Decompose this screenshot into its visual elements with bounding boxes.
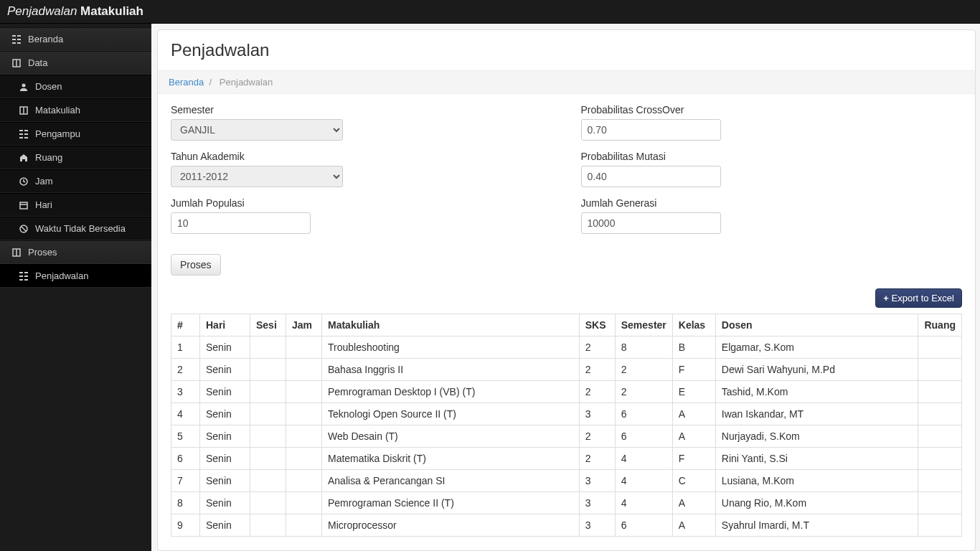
cell-kelas: E — [672, 381, 715, 403]
cell-mk: Microprocessor — [322, 514, 580, 537]
crossover-input[interactable] — [581, 119, 721, 141]
sidebar-item-data[interactable]: Data — [0, 51, 151, 75]
export-excel-button[interactable]: + Export to Excel — [875, 288, 962, 308]
populasi-label: Jumlah Populasi — [171, 197, 552, 209]
cell-hari: Senin — [200, 492, 250, 514]
cell-sks: 2 — [579, 381, 615, 403]
svg-point-6 — [22, 83, 26, 87]
cell-dosen: Dewi Sari Wahyuni, M.Pd — [715, 359, 918, 381]
sidebar-item-beranda[interactable]: Beranda — [0, 27, 151, 51]
sidebar-item-label: Hari — [35, 199, 52, 210]
cell-mk: Matematika Diskrit (T) — [322, 448, 580, 470]
mutasi-label: Probabilitas Mutasi — [581, 151, 963, 162]
cell-ruang — [918, 448, 962, 470]
cell-sesi — [250, 381, 286, 403]
sidebar-item-matakuliah[interactable]: Matakuliah — [0, 98, 151, 122]
semester-select[interactable]: GANJIL — [171, 119, 343, 141]
cell-kelas: B — [672, 336, 715, 359]
sidebar-item-label: Penjadwalan — [35, 270, 88, 281]
clock-icon — [18, 177, 29, 186]
sidebar-item-label: Beranda — [28, 34, 63, 44]
sidebar-item-label: Jam — [35, 176, 53, 187]
svg-rect-4 — [12, 42, 16, 44]
svg-rect-3 — [17, 39, 21, 40]
cell-n: 2 — [171, 359, 200, 381]
sidebar-item-label: Dosen — [35, 81, 62, 92]
content-panel: Penjadwalan Beranda / Penjadwalan Semest… — [157, 29, 976, 551]
grid-icon — [11, 35, 22, 44]
svg-rect-22 — [19, 279, 23, 281]
cell-ruang — [918, 336, 962, 359]
cell-sem: 4 — [615, 492, 672, 514]
cell-dosen: Elgamar, S.Kom — [715, 336, 918, 359]
svg-rect-5 — [17, 42, 21, 44]
sidebar-item-ruang[interactable]: Ruang — [0, 146, 151, 169]
cell-mk: Pemrograman Desktop I (VB) (T) — [322, 381, 580, 403]
sidebar-item-proses[interactable]: Proses — [0, 240, 151, 264]
cell-ruang — [918, 359, 962, 381]
sidebar-item-waktu-tidak-bersedia[interactable]: Waktu Tidak Bersedia — [0, 217, 151, 240]
cell-sesi — [250, 425, 286, 448]
sidebar: BerandaDataDosenMatakuliahPengampuRuangJ… — [0, 24, 151, 551]
cell-dosen: Tashid, M.Kom — [715, 381, 918, 403]
col-sks: SKS — [579, 314, 615, 336]
cell-hari: Senin — [200, 336, 250, 359]
table-row: 7SeninAnalisa & Perancangan SI34CLusiana… — [171, 470, 962, 492]
calendar-icon — [18, 201, 29, 209]
cell-hari: Senin — [200, 425, 250, 448]
cell-sesi — [250, 492, 286, 514]
svg-rect-0 — [12, 35, 16, 37]
plus-icon: + — [883, 293, 889, 303]
svg-rect-12 — [24, 137, 28, 138]
cell-n: 5 — [171, 425, 200, 448]
tahun-select[interactable]: 2011-2012 — [171, 166, 343, 187]
cell-kelas: A — [672, 425, 715, 448]
populasi-input[interactable] — [171, 212, 311, 234]
user-icon — [18, 83, 29, 91]
cell-sesi — [250, 514, 286, 537]
col-jam: Jam — [286, 314, 322, 336]
book-icon — [18, 106, 29, 115]
page-title: Penjadwalan — [171, 40, 962, 60]
main: Penjadwalan Beranda / Penjadwalan Semest… — [151, 24, 980, 551]
cell-kelas: F — [672, 359, 715, 381]
cell-hari: Senin — [200, 359, 250, 381]
breadcrumb-home[interactable]: Beranda — [169, 77, 204, 88]
table-row: 6SeninMatematika Diskrit (T)24FRini Yant… — [171, 448, 962, 470]
cell-sks: 3 — [579, 514, 615, 537]
cell-dosen: Unang Rio, M.Kom — [715, 492, 918, 514]
sidebar-item-penjadwalan[interactable]: Penjadwalan — [0, 264, 151, 288]
cell-sks: 2 — [579, 425, 615, 448]
sidebar-item-pengampu[interactable]: Pengampu — [0, 122, 151, 146]
cell-jam — [286, 492, 322, 514]
breadcrumb-current: Penjadwalan — [220, 77, 273, 88]
table-row: 1SeninTroubleshooting28BElgamar, S.Kom — [171, 336, 962, 359]
sidebar-item-jam[interactable]: Jam — [0, 169, 151, 193]
col-semester: Semester — [615, 314, 672, 336]
svg-rect-14 — [20, 202, 27, 209]
mutasi-input[interactable] — [581, 166, 721, 187]
col-dosen: Dosen — [715, 314, 918, 336]
ban-icon — [18, 225, 29, 233]
svg-rect-7 — [19, 130, 23, 131]
cell-n: 8 — [171, 492, 200, 514]
cell-mk: Pemrograman Science II (T) — [322, 492, 580, 514]
svg-rect-8 — [24, 130, 28, 131]
sidebar-item-dosen[interactable]: Dosen — [0, 75, 151, 98]
col-kelas: Kelas — [672, 314, 715, 336]
cell-hari: Senin — [200, 470, 250, 492]
cell-sem: 6 — [615, 403, 672, 425]
page-header: Penjadwalan — [158, 30, 975, 71]
sidebar-item-hari[interactable]: Hari — [0, 193, 151, 217]
proses-button[interactable]: Proses — [171, 254, 221, 276]
crossover-label: Probabilitas CrossOver — [581, 104, 963, 116]
cell-ruang — [918, 403, 962, 425]
cell-hari: Senin — [200, 381, 250, 403]
cell-sem: 4 — [615, 448, 672, 470]
generasi-input[interactable] — [581, 212, 721, 234]
cell-jam — [286, 403, 322, 425]
table-row: 9SeninMicroprocessor36ASyahrul Imardi, M… — [171, 514, 962, 537]
actions-row: Proses — [158, 254, 975, 288]
col-sesi: Sesi — [250, 314, 286, 336]
export-label: Export to Excel — [892, 293, 954, 303]
